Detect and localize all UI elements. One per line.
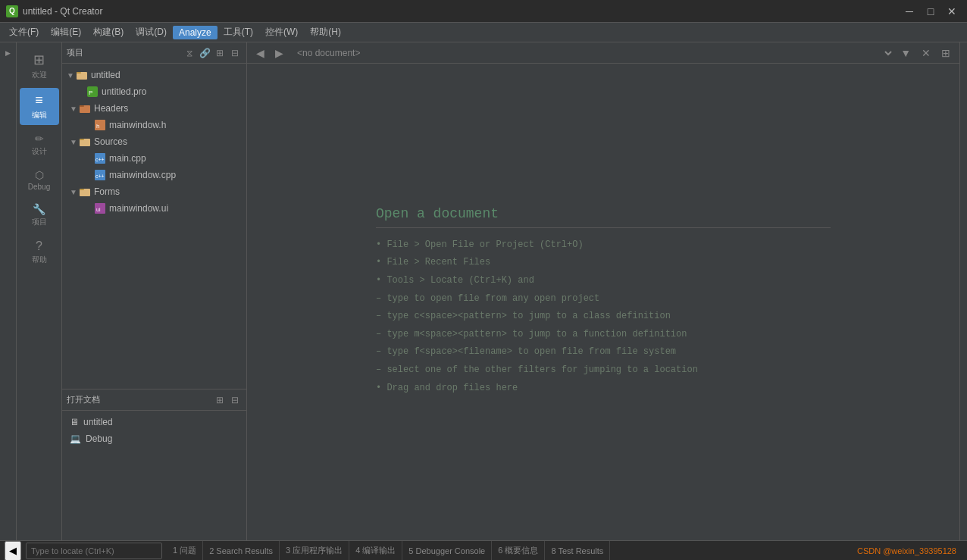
doc-dropdown-btn[interactable]: ▼ [896,45,915,61]
tree-label-main-cpp: main.cpp [109,153,146,164]
tree-item-pro[interactable]: P untitled.pro [62,83,246,100]
menu-file[interactable]: 文件(F) [3,24,45,40]
menu-debug[interactable]: 调试(D) [130,24,173,40]
window-title: untitled - Qt Creator [23,6,900,17]
sidebar-bottom-title: 打开文档 [67,394,213,405]
status-debugger[interactable]: 5 Debugger Console [402,541,492,561]
sidebar-panel: 项目 ⧖ 🔗 ⊞ ⊟ ▼ untitled [62,42,247,540]
tree-item-mainwindow-cpp[interactable]: c++ mainwindow.cpp [62,167,246,183]
sidebar-bottom-panel: 打开文档 ⊞ ⊟ 🖥 untitled 💻 Debug [62,389,246,540]
tree-label-pro: untitled.pro [102,86,146,97]
link-button[interactable]: 🔗 [198,46,211,60]
svg-text:P: P [89,89,92,96]
close-button[interactable]: ✕ [943,2,961,20]
right-edge [959,42,967,540]
activity-help[interactable]: ? 帮助 [20,235,59,270]
tree-item-mainwindow-h[interactable]: h mainwindow.h [62,117,246,133]
sidebar-bottom-header: 打开文档 ⊞ ⊟ [62,389,246,411]
app-icon-text: Q [9,7,15,15]
status-bar: ◀ 1 问题 2 Search Results 3 应用程序输出 4 编译输出 … [0,540,967,560]
tree-arrow-headers: ▼ [68,105,79,113]
document-selector[interactable]: <no document> [289,45,894,61]
menu-build[interactable]: 构建(B) [87,24,130,40]
activity-project[interactable]: 🔧 项目 [20,199,59,232]
hint-line-3: – type to open file from any open projec… [376,291,831,308]
menu-help[interactable]: 帮助(H) [304,24,347,40]
hint-line-2: • Tools > Locate (Ctrl+K) and [376,273,831,289]
welcome-icon: ⊞ [33,52,45,68]
activity-welcome[interactable]: ⊞ 欢迎 [20,47,59,85]
forms-folder-icon [79,186,91,198]
help-icon: ? [36,239,42,253]
cpp-icon-mw: c++ [94,169,106,181]
minimize-button[interactable]: ─ [900,2,918,20]
maximize-button[interactable]: □ [922,2,940,20]
open-document-panel: Open a document • File > Open File or Pr… [376,206,831,398]
pro-icon: P [86,86,99,98]
hint-line-0: • File > Open File or Project (Ctrl+O) [376,237,831,254]
collapse-button[interactable]: ⊟ [228,46,242,60]
bottom-expand-btn[interactable]: ⊞ [213,393,227,407]
tree-item-headers[interactable]: ▼ Headers [62,100,246,117]
back-button[interactable]: ◀ [252,45,269,61]
activity-welcome-label: 欢迎 [32,70,47,80]
build-item-untitled[interactable]: 🖥 untitled [65,414,243,430]
sidebar-header: 项目 ⧖ 🔗 ⊞ ⊟ [62,42,246,64]
menu-tools[interactable]: 工具(T) [217,24,259,40]
tree-item-main-cpp[interactable]: c++ main.cpp [62,150,246,167]
editor-area: ◀ ▶ <no document> ▼ ✕ ⊞ Open a document … [247,42,959,540]
file-tree: ▼ untitled P untitled.pro ▼ [62,64,246,389]
sidebar-right-btn[interactable]: ⊞ [937,45,955,61]
sidebar-title: 项目 [67,47,183,58]
left-sidebar: ▶ [0,42,17,540]
activity-edit[interactable]: ≡ 编辑 [20,88,59,125]
build-item-icon: 🖥 [70,417,79,427]
tree-item-sources[interactable]: ▼ Sources [62,133,246,150]
activity-debug-label: Debug [28,183,50,191]
open-document-hints: • File > Open File or Project (Ctrl+O) •… [376,237,831,396]
status-collapse-btn[interactable]: ◀ [5,541,21,561]
hint-line-4: – type c<space><pattern> to jump to a cl… [376,308,831,325]
menu-bar: 文件(F) 编辑(E) 构建(B) 调试(D) Analyze 工具(T) 控件… [0,23,967,42]
status-issues[interactable]: 1 问题 [167,541,203,561]
status-build-output[interactable]: 4 编译输出 [349,541,402,561]
close-doc-btn[interactable]: ✕ [917,45,935,61]
expand-button[interactable]: ⊞ [213,46,227,60]
hint-line-6: – type f<space><filename> to open file f… [376,344,831,361]
tree-item-forms[interactable]: ▼ Forms [62,183,246,200]
bottom-collapse-btn[interactable]: ⊟ [228,393,242,407]
tree-item-mainwindow-ui[interactable]: ui mainwindow.ui [62,200,246,217]
menu-widgets[interactable]: 控件(W) [259,24,304,40]
open-document-title: Open a document [376,206,831,228]
tree-label-mainwindow-ui: mainwindow.ui [109,203,168,214]
svg-text:h: h [96,123,99,130]
tree-item-root[interactable]: ▼ untitled [62,67,246,83]
svg-text:c++: c++ [95,157,105,162]
app-icon: Q [6,5,18,17]
main-layout: ▶ ⊞ 欢迎 ≡ 编辑 ✏ 设计 ⬡ Debug 🔧 项目 ? 帮助 [0,42,967,540]
status-test[interactable]: 8 Test Results [545,541,610,561]
design-icon: ✏ [35,133,44,145]
status-search-results[interactable]: 2 Search Results [203,541,280,561]
activity-debug[interactable]: ⬡ Debug [20,164,59,196]
status-app-output[interactable]: 3 应用程序输出 [280,541,349,561]
debug-icon: ⬡ [35,169,44,181]
window-controls: ─ □ ✕ [900,2,961,20]
hint-line-5: – type m<space><pattern> to jump to a fu… [376,327,831,343]
svg-rect-15 [80,189,84,190]
menu-analyze[interactable]: Analyze [173,26,217,39]
filter-button[interactable]: ⧖ [183,46,196,60]
locate-input[interactable] [26,543,162,559]
tree-label-forms: Forms [94,186,120,197]
left-sidebar-indicator: ▶ [1,45,16,61]
build-item-label: untitled [83,417,113,427]
forward-button[interactable]: ▶ [271,45,288,61]
menu-edit[interactable]: 编辑(E) [45,24,87,40]
activity-design[interactable]: ✏ 设计 [20,128,59,161]
hint-line-1: • File > Recent Files [376,255,831,271]
svg-rect-9 [80,139,84,140]
h-file-icon: h [94,119,106,131]
build-item-debug[interactable]: 💻 Debug [65,430,243,447]
project-icon: 🔧 [33,203,45,215]
status-overview[interactable]: 6 概要信息 [492,541,545,561]
